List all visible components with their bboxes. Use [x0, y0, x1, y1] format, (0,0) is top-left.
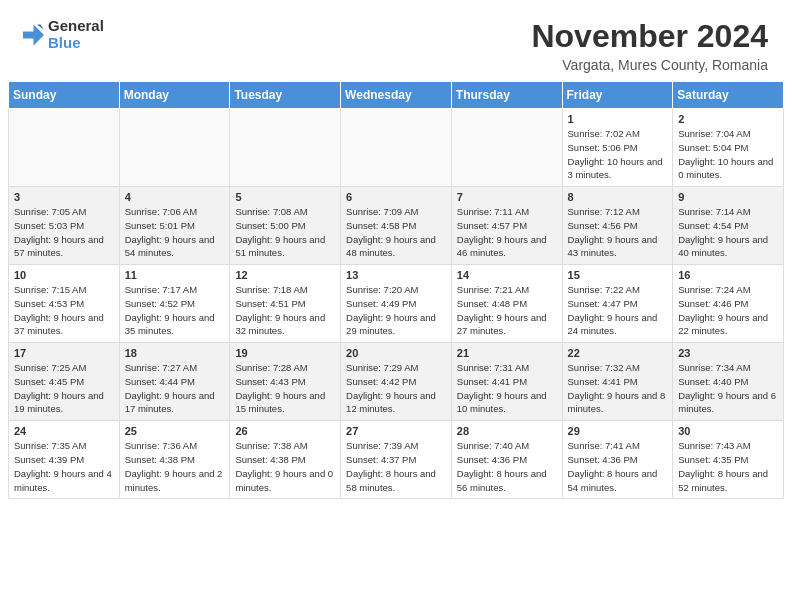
day-number: 2	[678, 113, 778, 125]
calendar-day: 7Sunrise: 7:11 AM Sunset: 4:57 PM Daylig…	[451, 187, 562, 265]
day-number: 23	[678, 347, 778, 359]
weekday-header-saturday: Saturday	[673, 82, 784, 109]
calendar-header: SundayMondayTuesdayWednesdayThursdayFrid…	[9, 82, 784, 109]
day-info: Sunrise: 7:11 AM Sunset: 4:57 PM Dayligh…	[457, 205, 557, 260]
calendar-day: 3Sunrise: 7:05 AM Sunset: 5:03 PM Daylig…	[9, 187, 120, 265]
weekday-header-monday: Monday	[119, 82, 230, 109]
page-header: General Blue November 2024 Vargata, Mure…	[0, 0, 792, 81]
logo-general-text: General	[48, 18, 104, 35]
calendar-day	[119, 109, 230, 187]
calendar-week-2: 3Sunrise: 7:05 AM Sunset: 5:03 PM Daylig…	[9, 187, 784, 265]
calendar-day: 24Sunrise: 7:35 AM Sunset: 4:39 PM Dayli…	[9, 421, 120, 499]
weekday-header-row: SundayMondayTuesdayWednesdayThursdayFrid…	[9, 82, 784, 109]
day-number: 27	[346, 425, 446, 437]
day-number: 3	[14, 191, 114, 203]
day-info: Sunrise: 7:17 AM Sunset: 4:52 PM Dayligh…	[125, 283, 225, 338]
day-number: 21	[457, 347, 557, 359]
calendar-day: 18Sunrise: 7:27 AM Sunset: 4:44 PM Dayli…	[119, 343, 230, 421]
day-number: 8	[568, 191, 668, 203]
calendar-day: 15Sunrise: 7:22 AM Sunset: 4:47 PM Dayli…	[562, 265, 673, 343]
calendar-day: 22Sunrise: 7:32 AM Sunset: 4:41 PM Dayli…	[562, 343, 673, 421]
day-number: 16	[678, 269, 778, 281]
day-number: 14	[457, 269, 557, 281]
day-number: 10	[14, 269, 114, 281]
calendar-week-5: 24Sunrise: 7:35 AM Sunset: 4:39 PM Dayli…	[9, 421, 784, 499]
day-info: Sunrise: 7:32 AM Sunset: 4:41 PM Dayligh…	[568, 361, 668, 416]
calendar-day: 19Sunrise: 7:28 AM Sunset: 4:43 PM Dayli…	[230, 343, 341, 421]
day-number: 11	[125, 269, 225, 281]
calendar-table: SundayMondayTuesdayWednesdayThursdayFrid…	[8, 81, 784, 499]
day-number: 1	[568, 113, 668, 125]
calendar-day: 11Sunrise: 7:17 AM Sunset: 4:52 PM Dayli…	[119, 265, 230, 343]
day-number: 9	[678, 191, 778, 203]
title-block: November 2024 Vargata, Mures County, Rom…	[531, 18, 768, 73]
day-number: 12	[235, 269, 335, 281]
day-info: Sunrise: 7:28 AM Sunset: 4:43 PM Dayligh…	[235, 361, 335, 416]
day-info: Sunrise: 7:31 AM Sunset: 4:41 PM Dayligh…	[457, 361, 557, 416]
day-number: 6	[346, 191, 446, 203]
calendar-body: 1Sunrise: 7:02 AM Sunset: 5:06 PM Daylig…	[9, 109, 784, 499]
calendar-week-3: 10Sunrise: 7:15 AM Sunset: 4:53 PM Dayli…	[9, 265, 784, 343]
day-info: Sunrise: 7:22 AM Sunset: 4:47 PM Dayligh…	[568, 283, 668, 338]
calendar-day: 10Sunrise: 7:15 AM Sunset: 4:53 PM Dayli…	[9, 265, 120, 343]
calendar-day: 9Sunrise: 7:14 AM Sunset: 4:54 PM Daylig…	[673, 187, 784, 265]
day-info: Sunrise: 7:15 AM Sunset: 4:53 PM Dayligh…	[14, 283, 114, 338]
day-info: Sunrise: 7:08 AM Sunset: 5:00 PM Dayligh…	[235, 205, 335, 260]
calendar-day: 29Sunrise: 7:41 AM Sunset: 4:36 PM Dayli…	[562, 421, 673, 499]
day-info: Sunrise: 7:27 AM Sunset: 4:44 PM Dayligh…	[125, 361, 225, 416]
calendar-day: 1Sunrise: 7:02 AM Sunset: 5:06 PM Daylig…	[562, 109, 673, 187]
day-number: 22	[568, 347, 668, 359]
calendar-day: 2Sunrise: 7:04 AM Sunset: 5:04 PM Daylig…	[673, 109, 784, 187]
day-number: 7	[457, 191, 557, 203]
day-number: 29	[568, 425, 668, 437]
day-info: Sunrise: 7:21 AM Sunset: 4:48 PM Dayligh…	[457, 283, 557, 338]
day-info: Sunrise: 7:43 AM Sunset: 4:35 PM Dayligh…	[678, 439, 778, 494]
calendar-day: 20Sunrise: 7:29 AM Sunset: 4:42 PM Dayli…	[341, 343, 452, 421]
weekday-header-sunday: Sunday	[9, 82, 120, 109]
calendar-day: 14Sunrise: 7:21 AM Sunset: 4:48 PM Dayli…	[451, 265, 562, 343]
day-number: 15	[568, 269, 668, 281]
day-info: Sunrise: 7:20 AM Sunset: 4:49 PM Dayligh…	[346, 283, 446, 338]
logo-blue-text: Blue	[48, 35, 104, 52]
day-info: Sunrise: 7:04 AM Sunset: 5:04 PM Dayligh…	[678, 127, 778, 182]
day-info: Sunrise: 7:35 AM Sunset: 4:39 PM Dayligh…	[14, 439, 114, 494]
calendar-day	[341, 109, 452, 187]
calendar-day: 30Sunrise: 7:43 AM Sunset: 4:35 PM Dayli…	[673, 421, 784, 499]
calendar-day: 5Sunrise: 7:08 AM Sunset: 5:00 PM Daylig…	[230, 187, 341, 265]
day-number: 30	[678, 425, 778, 437]
calendar-day: 4Sunrise: 7:06 AM Sunset: 5:01 PM Daylig…	[119, 187, 230, 265]
day-number: 19	[235, 347, 335, 359]
logo-icon	[16, 21, 44, 49]
calendar-day: 12Sunrise: 7:18 AM Sunset: 4:51 PM Dayli…	[230, 265, 341, 343]
day-info: Sunrise: 7:02 AM Sunset: 5:06 PM Dayligh…	[568, 127, 668, 182]
calendar-day: 17Sunrise: 7:25 AM Sunset: 4:45 PM Dayli…	[9, 343, 120, 421]
calendar-day: 13Sunrise: 7:20 AM Sunset: 4:49 PM Dayli…	[341, 265, 452, 343]
calendar-day: 26Sunrise: 7:38 AM Sunset: 4:38 PM Dayli…	[230, 421, 341, 499]
calendar-day: 6Sunrise: 7:09 AM Sunset: 4:58 PM Daylig…	[341, 187, 452, 265]
day-number: 24	[14, 425, 114, 437]
calendar-day: 23Sunrise: 7:34 AM Sunset: 4:40 PM Dayli…	[673, 343, 784, 421]
day-number: 25	[125, 425, 225, 437]
calendar-day: 27Sunrise: 7:39 AM Sunset: 4:37 PM Dayli…	[341, 421, 452, 499]
calendar-week-1: 1Sunrise: 7:02 AM Sunset: 5:06 PM Daylig…	[9, 109, 784, 187]
day-info: Sunrise: 7:41 AM Sunset: 4:36 PM Dayligh…	[568, 439, 668, 494]
day-info: Sunrise: 7:38 AM Sunset: 4:38 PM Dayligh…	[235, 439, 335, 494]
day-number: 26	[235, 425, 335, 437]
svg-marker-1	[37, 24, 44, 29]
day-info: Sunrise: 7:25 AM Sunset: 4:45 PM Dayligh…	[14, 361, 114, 416]
weekday-header-wednesday: Wednesday	[341, 82, 452, 109]
weekday-header-thursday: Thursday	[451, 82, 562, 109]
weekday-header-tuesday: Tuesday	[230, 82, 341, 109]
day-info: Sunrise: 7:40 AM Sunset: 4:36 PM Dayligh…	[457, 439, 557, 494]
day-info: Sunrise: 7:18 AM Sunset: 4:51 PM Dayligh…	[235, 283, 335, 338]
logo: General Blue	[16, 18, 104, 51]
day-info: Sunrise: 7:29 AM Sunset: 4:42 PM Dayligh…	[346, 361, 446, 416]
calendar-day	[230, 109, 341, 187]
day-number: 4	[125, 191, 225, 203]
day-info: Sunrise: 7:34 AM Sunset: 4:40 PM Dayligh…	[678, 361, 778, 416]
day-number: 28	[457, 425, 557, 437]
calendar-day: 28Sunrise: 7:40 AM Sunset: 4:36 PM Dayli…	[451, 421, 562, 499]
calendar-day: 25Sunrise: 7:36 AM Sunset: 4:38 PM Dayli…	[119, 421, 230, 499]
day-info: Sunrise: 7:06 AM Sunset: 5:01 PM Dayligh…	[125, 205, 225, 260]
calendar-day	[451, 109, 562, 187]
